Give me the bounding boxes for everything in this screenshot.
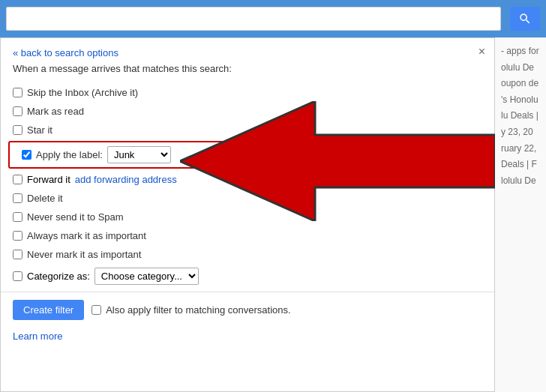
filter-dialog: « back to search options When a message … xyxy=(0,37,495,392)
right-line-7: ruary 22, xyxy=(501,141,540,157)
forward-it-row: Forward it add forwarding address xyxy=(1,170,494,189)
never-important-label[interactable]: Never mark it as important xyxy=(27,249,141,260)
search-bar: Free xyxy=(0,0,546,37)
categorize-label[interactable]: Categorize as: xyxy=(27,271,90,282)
never-spam-row: Never send it to Spam xyxy=(1,208,494,226)
mark-read-checkbox[interactable] xyxy=(13,106,22,116)
star-it-row: Star it xyxy=(1,121,494,139)
search-button[interactable] xyxy=(510,7,540,31)
right-line-8: Deals | F xyxy=(501,157,540,173)
never-important-checkbox[interactable] xyxy=(13,250,22,259)
forward-it-label[interactable]: Forward it xyxy=(27,174,70,185)
star-it-checkbox[interactable] xyxy=(13,125,22,135)
also-apply-checkbox[interactable] xyxy=(92,305,101,315)
mark-read-label[interactable]: Mark as read xyxy=(27,106,84,117)
also-apply-row: Also apply filter to matching conversati… xyxy=(92,304,290,316)
right-line-4: 's Honolu xyxy=(501,92,540,109)
close-icon: × xyxy=(478,45,485,58)
always-important-row: Always mark it as important xyxy=(1,226,494,245)
right-content: - apps for olulu De oupon de 's Honolu l… xyxy=(495,37,546,195)
right-line-2: olulu De xyxy=(501,60,540,76)
never-spam-checkbox[interactable] xyxy=(13,212,22,222)
apply-label-checkbox[interactable] xyxy=(22,150,32,160)
right-line-6: y 23, 20 xyxy=(501,124,540,141)
apply-label-row: Apply the label: Junk Inbox Starred Sent… xyxy=(8,141,487,169)
back-to-search-link[interactable]: « back to search options xyxy=(1,38,494,61)
apply-label-label[interactable]: Apply the label: xyxy=(36,149,103,160)
add-forwarding-link[interactable]: add forwarding address xyxy=(75,174,177,185)
right-panel: - apps for olulu De oupon de 's Honolu l… xyxy=(495,37,546,392)
skip-inbox-label[interactable]: Skip the Inbox (Archive it) xyxy=(27,87,138,98)
label-select[interactable]: Junk Inbox Starred Sent Mail Drafts Spam… xyxy=(107,146,171,163)
always-important-label[interactable]: Always mark it as important xyxy=(27,230,146,241)
learn-more-link[interactable]: Learn more xyxy=(1,328,494,348)
also-apply-label[interactable]: Also apply filter to matching conversati… xyxy=(106,304,290,316)
close-button[interactable]: × xyxy=(478,46,485,58)
category-select[interactable]: Choose category... Personal Social Promo… xyxy=(94,268,199,285)
delete-it-checkbox[interactable] xyxy=(13,193,22,203)
search-input-wrapper: Free xyxy=(6,7,501,31)
star-it-label[interactable]: Star it xyxy=(27,124,52,136)
delete-it-row: Delete it xyxy=(1,189,494,208)
main-panel: « back to search options When a message … xyxy=(0,37,546,392)
search-icon xyxy=(518,12,532,25)
dialog-description: When a message arrives that matches this… xyxy=(1,61,494,83)
never-important-row: Never mark it as important xyxy=(1,245,494,264)
bottom-row: Create filter Also apply filter to match… xyxy=(1,292,494,328)
skip-inbox-row: Skip the Inbox (Archive it) xyxy=(1,83,494,102)
search-input[interactable]: Free xyxy=(13,12,494,25)
always-important-checkbox[interactable] xyxy=(13,231,22,241)
right-line-1: - apps for xyxy=(501,43,540,60)
skip-inbox-checkbox[interactable] xyxy=(13,88,22,97)
mark-read-row: Mark as read xyxy=(1,102,494,121)
never-spam-label[interactable]: Never send it to Spam xyxy=(27,211,124,223)
right-line-5: lu Deals | xyxy=(501,108,540,124)
delete-it-label[interactable]: Delete it xyxy=(27,193,63,204)
right-line-9: lolulu De xyxy=(501,173,540,190)
right-line-3: oupon de xyxy=(501,76,540,92)
categorize-checkbox[interactable] xyxy=(13,271,22,281)
create-filter-button[interactable]: Create filter xyxy=(13,300,84,320)
categorize-row: Categorize as: Choose category... Person… xyxy=(1,264,494,289)
forward-it-checkbox[interactable] xyxy=(13,175,22,184)
